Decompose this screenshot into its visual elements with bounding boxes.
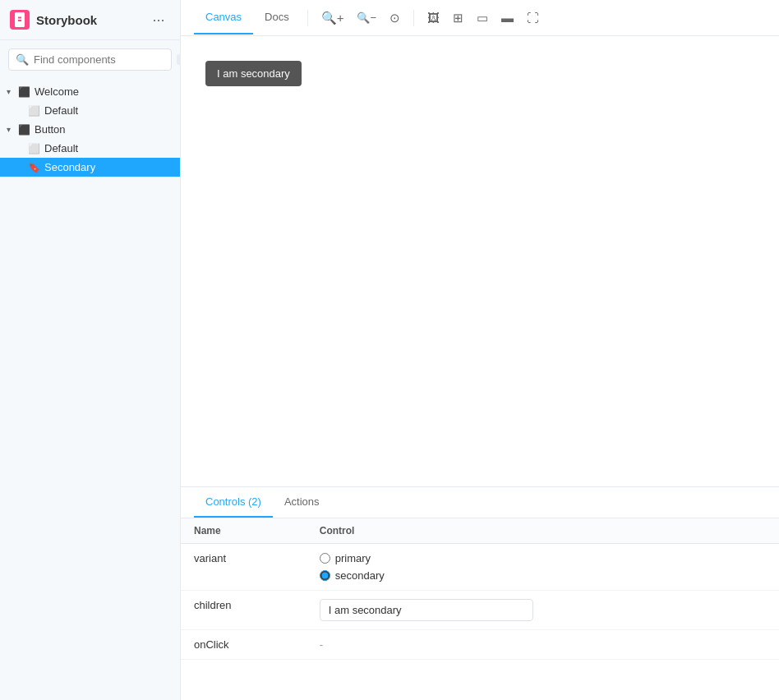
children-input[interactable]: [320, 599, 533, 621]
preview-secondary-button[interactable]: I am secondary: [205, 61, 302, 86]
sidebar-item-welcome-default[interactable]: ⬜ Default: [0, 101, 180, 120]
zoom-in-button[interactable]: 🔍+: [315, 6, 351, 30]
fullscreen-button[interactable]: ⛶: [520, 6, 546, 30]
zoom-out-icon: 🔍−: [357, 12, 376, 24]
storybook-logo-icon: [10, 10, 30, 30]
sidebar-item-welcome[interactable]: ▾ ⬛ Welcome: [0, 82, 180, 101]
component-icon: ⬛: [18, 86, 30, 98]
layout-button[interactable]: ▭: [470, 6, 495, 30]
sidebar-item-label: Welcome: [35, 85, 79, 98]
tab-docs[interactable]: Docs: [253, 1, 301, 35]
ellipsis-icon: ···: [152, 12, 164, 29]
main-panel: Canvas Docs 🔍+ 🔍− ⊙ 🖼 ⊞ ▭ ▬ ⛶ I am secon…: [181, 0, 779, 700]
sidebar-header: Storybook ···: [0, 0, 180, 40]
zoom-reset-icon: ⊙: [390, 11, 400, 25]
toolbar-divider: [307, 10, 308, 26]
toolbar-divider-2: [413, 10, 414, 26]
sidebar-item-label: Default: [44, 104, 78, 117]
layout-icon: ▭: [477, 11, 488, 25]
layout-alt-button[interactable]: ▬: [495, 6, 520, 30]
control-value-variant: primary secondary: [307, 544, 779, 591]
controls-table: Name Control variant primary: [181, 518, 779, 660]
layout-alt-icon: ▬: [501, 11, 514, 25]
bookmark-icon: 🔖: [28, 162, 40, 173]
search-bar[interactable]: 🔍 /: [8, 48, 172, 71]
tab-controls[interactable]: Controls (2): [194, 487, 273, 518]
radio-primary-input[interactable]: [320, 553, 330, 564]
radio-control: primary secondary: [320, 552, 766, 582]
panel-tabs: Controls (2) Actions: [181, 487, 779, 518]
search-icon: 🔍: [16, 53, 29, 66]
zoom-in-icon: 🔍+: [321, 11, 344, 25]
grid-button[interactable]: ⊞: [446, 6, 470, 30]
control-name-variant: variant: [181, 544, 307, 591]
image-icon: 🖼: [427, 11, 440, 25]
col-header-control: Control: [307, 518, 779, 544]
control-name-onclick: onClick: [181, 630, 307, 660]
control-name-children: children: [181, 591, 307, 630]
menu-button[interactable]: ···: [147, 8, 170, 31]
sidebar-tree: ▾ ⬛ Welcome ⬜ Default ▾ ⬛ Button ⬜ Defau…: [0, 79, 180, 700]
control-value-children: [307, 591, 779, 630]
bottom-panel: Controls (2) Actions Name Control varian…: [181, 486, 779, 700]
tab-actions[interactable]: Actions: [273, 487, 331, 518]
control-value-onclick: -: [307, 630, 779, 660]
fullscreen-icon: ⛶: [527, 11, 539, 25]
radio-primary-label: primary: [335, 552, 371, 564]
canvas-area: I am secondary: [181, 36, 779, 486]
sidebar-item-label: Button: [35, 123, 66, 136]
story-icon: ⬜: [28, 105, 40, 117]
toolbar: Canvas Docs 🔍+ 🔍− ⊙ 🖼 ⊞ ▭ ▬ ⛶: [181, 0, 779, 36]
table-row: children: [181, 591, 779, 630]
table-row: variant primary secondary: [181, 544, 779, 591]
chevron-down-icon: ▾: [7, 87, 15, 96]
chevron-down-icon: ▾: [7, 125, 15, 134]
sidebar-item-label: Default: [44, 142, 78, 154]
background-button[interactable]: 🖼: [421, 6, 446, 30]
story-icon: ⬜: [28, 143, 40, 154]
sidebar-item-button[interactable]: ▾ ⬛ Button: [0, 120, 180, 139]
sidebar: Storybook ··· 🔍 / ▾ ⬛ Welcome ⬜ Default …: [0, 0, 181, 700]
onclick-dash: -: [320, 638, 323, 651]
app-title: Storybook: [36, 13, 97, 27]
table-row: onClick -: [181, 630, 779, 660]
zoom-out-button[interactable]: 🔍−: [350, 7, 383, 29]
component-icon: ⬛: [18, 124, 30, 136]
radio-primary[interactable]: primary: [320, 552, 766, 564]
tab-canvas[interactable]: Canvas: [194, 1, 253, 35]
radio-secondary[interactable]: secondary: [320, 569, 766, 582]
search-input[interactable]: [34, 53, 172, 66]
zoom-reset-button[interactable]: ⊙: [383, 6, 407, 30]
radio-secondary-input[interactable]: [320, 570, 330, 581]
grid-icon: ⊞: [453, 11, 463, 25]
col-header-name: Name: [181, 518, 307, 544]
sidebar-item-button-secondary[interactable]: 🔖 Secondary: [0, 158, 180, 177]
sidebar-item-button-default[interactable]: ⬜ Default: [0, 139, 180, 158]
sidebar-item-label: Secondary: [44, 161, 95, 173]
radio-secondary-label: secondary: [335, 569, 385, 582]
